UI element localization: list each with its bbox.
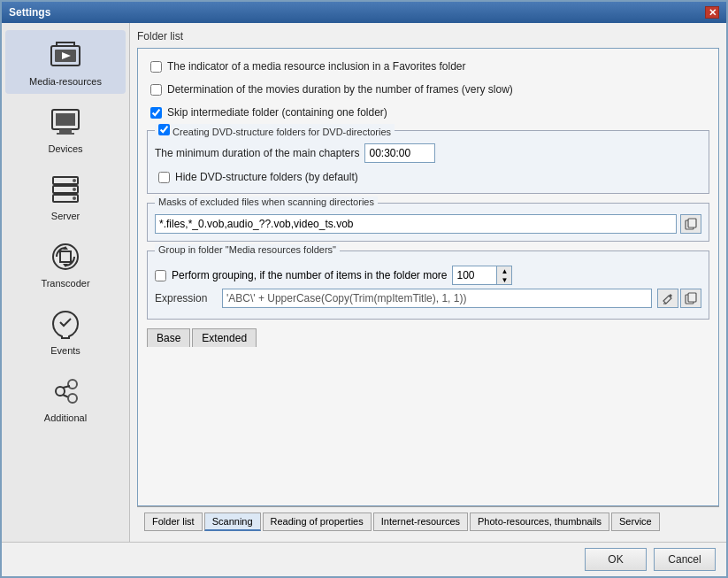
expression-label: Expression [155,292,217,304]
expression-edit-button[interactable] [657,289,678,308]
dialog-body: Media-resources Devices [2,23,726,542]
dvd-group: Creating DVD-structure folders for DVD-d… [147,130,709,194]
perform-grouping-label: Perform grouping, if the number of items… [172,269,447,281]
svg-rect-3 [56,113,75,126]
sidebar: Media-resources Devices [2,23,130,542]
hide-dvd-row: Hide DVD-structure folders (by default) [155,168,701,186]
skip-intermediate-checkbox[interactable] [150,107,162,119]
additional-icon [48,374,83,409]
grouping-row: Perform grouping, if the number of items… [155,266,701,285]
sidebar-item-events-label: Events [50,345,80,356]
skip-intermediate-label: Skip intermediate folder (containing one… [167,106,387,119]
hide-dvd-label: Hide DVD-structure folders (by default) [175,171,358,183]
min-duration-input[interactable] [364,143,435,163]
transcoder-icon [48,239,83,274]
movies-duration-label: Determination of the movies duration by … [167,83,513,96]
dialog-title: Settings [9,6,50,19]
bottom-tab-reading[interactable]: Reading of properties [263,512,372,531]
svg-rect-22 [688,293,696,302]
sidebar-item-server[interactable]: Server [5,165,126,228]
bottom-tab-service[interactable]: Service [611,512,660,531]
svg-point-11 [73,197,76,200]
section-title: Folder list [137,30,719,42]
media-resources-icon [48,37,83,73]
svg-point-10 [73,188,76,191]
cancel-button[interactable]: Cancel [654,548,716,571]
grouping-spinner-input[interactable] [452,266,496,285]
sidebar-item-server-label: Server [51,211,80,221]
min-duration-row: The minimum duration of the main chapter… [155,142,701,165]
tabs-row: Base Extended [147,325,709,347]
spinner-container: ▲ ▼ [452,266,512,285]
masks-group: Masks of excluded files when scanning di… [147,203,709,242]
svg-rect-5 [57,133,74,135]
hide-dvd-checkbox[interactable] [158,172,170,183]
group-folder: Group in folder "Media resources folders… [147,250,709,320]
min-duration-label: The minimum duration of the main chapter… [155,147,359,159]
bottom-tab-scanning[interactable]: Scanning [204,512,261,531]
expression-row: Expression [155,285,701,312]
tab-extended[interactable]: Extended [192,328,257,347]
masks-copy-button[interactable] [680,214,701,234]
spinner-up-button[interactable]: ▲ [497,266,511,275]
expression-buttons [657,289,701,308]
svg-rect-19 [688,219,696,227]
bottom-tab-folder-list[interactable]: Folder list [144,512,203,531]
svg-point-17 [68,394,77,403]
checkbox-row-3: Skip intermediate folder (containing one… [147,104,709,121]
svg-rect-4 [59,129,72,133]
movies-duration-checkbox[interactable] [150,84,162,96]
events-icon [48,306,83,342]
svg-point-9 [73,179,76,182]
sidebar-item-media-resources-label: Media-resources [29,76,102,87]
dvd-structure-checkbox[interactable] [158,124,170,135]
sidebar-item-transcoder[interactable]: Transcoder [5,232,126,296]
checkbox-row-2: Determination of the movies duration by … [147,81,709,98]
content-area: The indicator of a media resource inclus… [137,48,719,506]
main-content: Folder list The indicator of a media res… [130,23,726,542]
devices-icon [48,104,83,140]
bottom-tab-photo[interactable]: Photo-resources, thumbnails [470,512,609,531]
expression-input[interactable] [222,289,652,308]
masks-group-title: Masks of excluded files when scanning di… [155,197,378,207]
svg-point-16 [68,380,77,389]
sidebar-item-transcoder-label: Transcoder [41,278,89,289]
sidebar-item-events[interactable]: Events [5,299,126,363]
checkbox-row-1: The indicator of a media resource inclus… [147,58,709,75]
spinner-down-button[interactable]: ▼ [497,275,511,284]
sidebar-item-media-resources[interactable]: Media-resources [5,30,126,94]
bottom-tab-internet[interactable]: Internet-resources [373,512,468,531]
dvd-structure-label: Creating DVD-structure folders for DVD-d… [172,127,391,137]
group-folder-title: Group in folder "Media resources folders… [155,244,340,255]
expression-copy-button[interactable] [680,289,701,308]
tab-base[interactable]: Base [147,328,190,347]
sidebar-item-devices[interactable]: Devices [5,97,126,161]
spinner-buttons: ▲ ▼ [496,266,512,285]
sidebar-item-devices-label: Devices [48,143,82,154]
sidebar-item-additional[interactable]: Additional [5,366,126,430]
close-button[interactable]: ✕ [705,6,719,19]
perform-grouping-checkbox[interactable] [155,270,166,281]
favorites-indicator-checkbox[interactable] [150,61,162,73]
ok-button[interactable]: OK [585,548,647,571]
bottom-tabs: Folder list Scanning Reading of properti… [137,506,719,535]
sidebar-item-additional-label: Additional [44,412,87,423]
settings-dialog: Settings ✕ Media-resources [0,0,728,578]
masks-input[interactable] [155,214,677,234]
favorites-indicator-label: The indicator of a media resource inclus… [167,60,466,73]
dvd-group-title: Creating DVD-structure folders for DVD-d… [155,124,395,137]
title-bar: Settings ✕ [2,2,726,23]
footer: OK Cancel [2,542,726,576]
server-icon [48,172,83,207]
